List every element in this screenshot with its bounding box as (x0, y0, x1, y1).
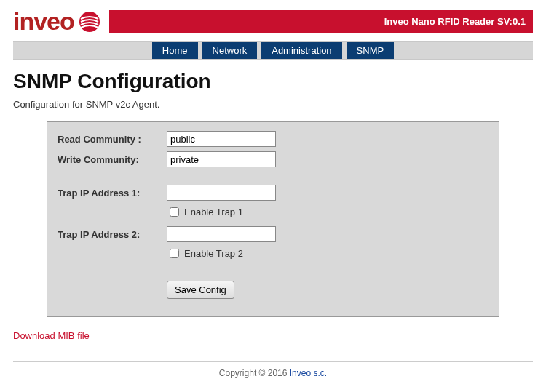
banner-title: Inveo Nano RFID Reader SV:0.1 (109, 10, 533, 33)
enable-trap2-checkbox[interactable] (170, 249, 179, 258)
logo-text: inveo (13, 7, 74, 36)
logo: inveo (13, 7, 100, 36)
trap2-label: Trap IP Address 2: (58, 229, 167, 240)
write-community-label: Write Community: (58, 154, 167, 165)
enable-trap2-label: Enable Trap 2 (184, 248, 243, 259)
page-title: SNMP Configuration (13, 70, 533, 93)
header: inveo Inveo Nano RFID Reader SV:0.1 (13, 7, 533, 36)
read-community-label: Read Community : (58, 134, 167, 145)
config-panel: Read Community : Write Community: Trap I… (47, 121, 499, 317)
trap1-input[interactable] (167, 185, 276, 201)
enable-trap1-label: Enable Trap 1 (184, 207, 243, 217)
nav-home[interactable]: Home (152, 42, 198, 59)
nav-snmp[interactable]: SNMP (347, 42, 395, 59)
write-community-input[interactable] (167, 151, 276, 167)
logo-icon (79, 11, 100, 33)
nav-bar: Home Network Administration SNMP (13, 41, 533, 60)
read-community-input[interactable] (167, 131, 276, 147)
save-config-button[interactable]: Save Config (167, 281, 234, 299)
page-subtitle: Configuration for SNMP v2c Agent. (13, 99, 533, 110)
trap1-label: Trap IP Address 1: (58, 188, 167, 199)
nav-network[interactable]: Network (202, 42, 258, 59)
nav-administration[interactable]: Administration (261, 42, 341, 59)
download-mib-link[interactable]: Download MIB file (13, 330, 90, 341)
footer-company-link[interactable]: Inveo s.c. (290, 368, 327, 378)
enable-trap1-checkbox[interactable] (170, 207, 179, 217)
footer: Copyright © 2016 Inveo s.c. (13, 361, 533, 378)
trap2-input[interactable] (167, 226, 276, 242)
footer-copyright: Copyright © 2016 (219, 368, 290, 378)
